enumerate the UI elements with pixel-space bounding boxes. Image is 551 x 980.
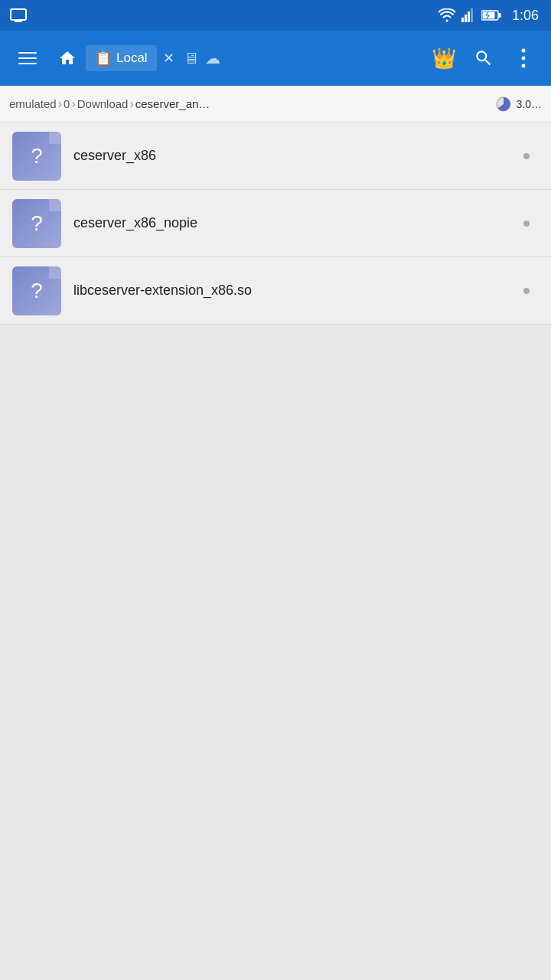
file-name: ceserver_x86_nopie [73,215,502,231]
tab-label: Local [116,51,148,66]
svg-rect-4 [471,8,473,22]
svg-point-9 [522,57,526,60]
cloud-icon: ☁ [205,49,220,67]
breadcrumb-text-emulated: emulated [9,97,57,110]
storage-pie-chart [495,96,512,113]
empty-content-area [0,325,551,980]
status-bar: 1:06 [0,0,551,31]
wifi-icon [439,8,455,22]
search-button[interactable] [465,40,502,77]
tab-file-icon: 📋 [95,50,112,67]
file-more-button[interactable] [514,279,539,303]
file-item[interactable]: ? libceserver-extension_x86.so [0,257,551,325]
more-options-button[interactable] [505,40,542,77]
signal-icon [461,8,475,22]
breadcrumb-item-download[interactable]: Download [77,97,129,110]
tab-extra-icons: 🖥 ☁ [184,49,220,67]
search-icon [474,48,494,68]
unknown-file-icon: ? [31,279,43,303]
svg-rect-0 [11,9,26,20]
dot-icon [523,153,530,159]
dot-icon [523,288,530,294]
monitor-icon: 🖥 [184,50,199,67]
svg-rect-6 [498,13,500,18]
home-button[interactable] [52,43,83,74]
svg-point-10 [522,64,526,68]
file-name: ceserver_x86 [73,148,502,164]
dot-icon [523,220,530,227]
file-name: libceserver-extension_x86.so [73,283,502,299]
storage-indicator: 3.0… [495,96,542,113]
svg-rect-2 [465,15,467,22]
file-more-button[interactable] [514,211,539,236]
breadcrumb-text-0: 0 [64,97,70,110]
breadcrumb-text-ceserver: ceserver_an… [135,97,210,110]
battery-icon [481,10,501,21]
breadcrumb-text-download: Download [77,97,129,110]
breadcrumb-item-0[interactable]: 0 [64,97,70,110]
breadcrumb-sep-2: › [71,97,75,111]
storage-text: 3.0… [517,98,542,110]
file-thumbnail: ? [12,199,61,248]
file-info: ceserver_x86_nopie [73,215,502,231]
menu-button[interactable] [9,40,46,77]
file-item[interactable]: ? ceserver_x86 [0,122,551,190]
breadcrumb-sep-1: › [58,97,62,111]
file-more-button[interactable] [514,144,539,168]
local-tab[interactable]: 📋 Local [86,45,157,71]
unknown-file-icon: ? [31,211,43,236]
tab-close-button[interactable]: ✕ [160,47,178,70]
file-info: libceserver-extension_x86.so [73,283,502,299]
file-info: ceserver_x86 [73,148,502,164]
svg-point-8 [522,49,526,53]
breadcrumb-sep-3: › [129,97,133,111]
svg-rect-3 [468,11,470,22]
more-vert-icon [521,48,526,68]
file-item[interactable]: ? ceserver_x86_nopie [0,190,551,257]
crown-button[interactable]: 👑 [425,40,462,77]
file-thumbnail: ? [12,266,61,315]
breadcrumb-item-ceserver[interactable]: ceserver_an… [135,97,210,110]
crown-icon: 👑 [432,47,456,70]
home-icon [58,49,77,67]
file-list: ? ceserver_x86 ? ceserver_x86_nopie ? li… [0,122,551,325]
breadcrumb-item-emulated[interactable]: emulated [9,97,57,110]
hamburger-icon [18,52,37,64]
tab-area: 📋 Local ✕ 🖥 ☁ [52,43,419,74]
app-bar-actions: 👑 [425,40,542,77]
status-time: 1:06 [512,8,539,24]
svg-rect-1 [461,18,464,22]
app-bar: 📋 Local ✕ 🖥 ☁ 👑 [0,31,551,86]
file-thumbnail: ? [12,132,61,181]
unknown-file-icon: ? [31,144,43,168]
breadcrumb: emulated › 0 › Download › ceserver_an… 3… [0,86,551,122]
